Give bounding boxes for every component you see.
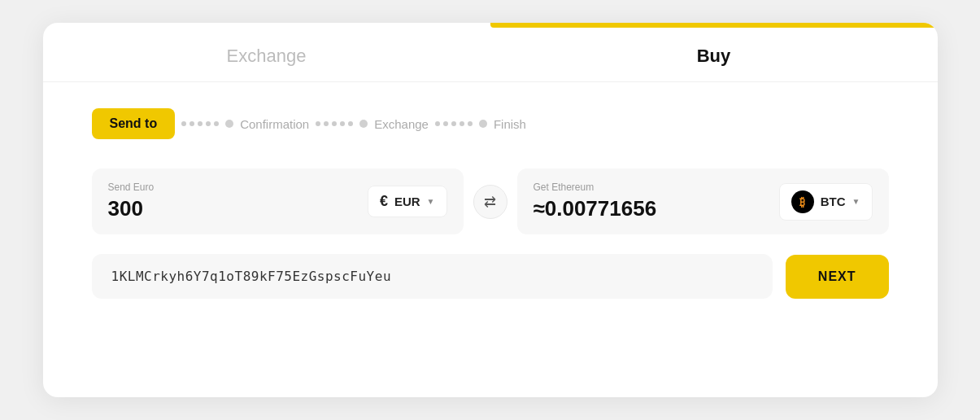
get-box-left: Get Ethereum ≈0.00771656 — [534, 182, 657, 221]
step-confirmation-label: Confirmation — [240, 117, 309, 131]
get-box: Get Ethereum ≈0.00771656 ₿ BTC ▼ — [517, 168, 889, 234]
send-value: 300 — [108, 196, 155, 221]
main-card: Exchange Buy Send to Confirmation — [43, 23, 938, 397]
stepper: Send to Confirmation Ex — [92, 108, 889, 139]
step-confirmation: Confirmation — [225, 117, 309, 131]
get-label: Get Ethereum — [534, 182, 657, 193]
tab-exchange[interactable]: Exchange — [43, 28, 490, 81]
btc-label: BTC — [821, 195, 846, 208]
btc-selector[interactable]: ₿ BTC ▼ — [779, 183, 873, 221]
swap-icon: ⇄ — [484, 193, 496, 211]
eur-label: EUR — [394, 195, 420, 208]
eur-selector[interactable]: € EUR ▼ — [368, 186, 447, 217]
bottom-row: 1KLMCrkyh6Y7q1oT89kF75EzGspscFuYeu NEXT — [92, 254, 889, 299]
send-box-left: Send Euro 300 — [108, 182, 155, 221]
swap-button[interactable]: ⇄ — [473, 185, 507, 219]
eur-icon: € — [380, 193, 388, 210]
content-area: Send to Confirmation Ex — [43, 82, 938, 397]
step-send-to[interactable]: Send to — [92, 108, 176, 139]
address-field[interactable]: 1KLMCrkyh6Y7q1oT89kF75EzGspscFuYeu — [92, 254, 773, 299]
step-finish: Finish — [479, 117, 526, 131]
connector-3 — [435, 121, 473, 126]
send-label: Send Euro — [108, 182, 155, 193]
step-dot-exchange — [359, 120, 368, 128]
btc-chevron-icon: ▼ — [852, 197, 860, 206]
step-exchange-label: Exchange — [374, 117, 429, 131]
connector-2 — [316, 121, 353, 126]
eur-chevron-icon: ▼ — [427, 197, 435, 206]
step-dot-finish — [479, 120, 487, 128]
tab-buy[interactable]: Buy — [490, 28, 938, 81]
btc-icon: ₿ — [791, 190, 814, 213]
step-exchange: Exchange — [359, 117, 429, 131]
send-box: Send Euro 300 € EUR ▼ — [92, 168, 464, 234]
get-value: ≈0.00771656 — [534, 196, 657, 221]
tabs-row: Exchange Buy — [43, 28, 938, 82]
exchange-row: Send Euro 300 € EUR ▼ ⇄ Get Ethereum ≈0.… — [92, 168, 889, 234]
next-button[interactable]: NEXT — [786, 255, 889, 299]
connector-1 — [181, 121, 219, 126]
step-finish-label: Finish — [494, 117, 526, 131]
step-dot-confirmation — [225, 120, 233, 128]
